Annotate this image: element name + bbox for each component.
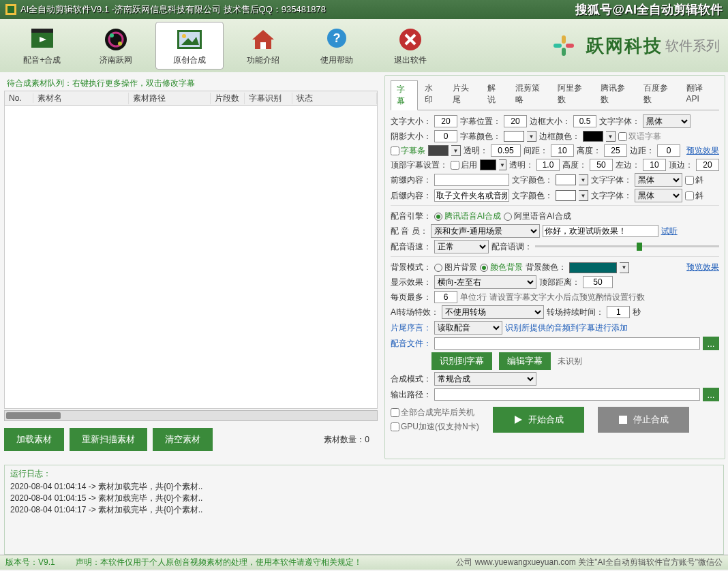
edit-subtitle-button[interactable]: 编辑字幕	[499, 352, 551, 370]
tab-tencent-params[interactable]: 腾讯参数	[595, 80, 637, 110]
subtitle-pos-input[interactable]	[504, 115, 527, 127]
tab-narration[interactable]: 解说	[482, 80, 508, 110]
shadow-input[interactable]	[434, 130, 457, 142]
subtitle-bar-checkbox[interactable]	[391, 146, 399, 155]
dual-subtitle-checkbox[interactable]	[618, 132, 627, 141]
prefix-italic-checkbox[interactable]	[685, 176, 694, 185]
browse-output-button[interactable]: ...	[703, 388, 719, 401]
show-effect-select[interactable]: 横向-左至右	[434, 275, 536, 289]
top-left-input[interactable]	[643, 159, 666, 171]
tool-help[interactable]: ? 使用帮助	[303, 22, 371, 70]
border-color-swatch[interactable]	[583, 131, 603, 142]
prefix-color-swatch[interactable]	[556, 174, 576, 185]
horizontal-scrollbar[interactable]	[4, 410, 378, 421]
rescan-material-button[interactable]: 重新扫描素材	[70, 428, 147, 451]
voice-member-select[interactable]: 亲和女声-通用场景	[431, 224, 540, 238]
tab-mix-strategy[interactable]: 混剪策略	[510, 80, 551, 110]
border-size-input[interactable]	[573, 115, 596, 127]
prefix-color-label: 文字颜色：	[512, 174, 553, 186]
tab-baidu-params[interactable]: 百度参数	[638, 80, 680, 110]
top-color-swatch[interactable]	[480, 159, 496, 170]
gap-input[interactable]	[551, 144, 574, 157]
bg-color-swatch[interactable]	[569, 262, 617, 273]
top-opacity-input[interactable]	[536, 159, 560, 171]
dropdown-icon[interactable]: ▼	[579, 190, 588, 201]
tab-translate-api[interactable]: 翻译API	[681, 80, 719, 110]
bar-color-swatch[interactable]	[428, 145, 449, 156]
transition-select[interactable]: 不使用转场	[442, 305, 544, 319]
top-margin-input[interactable]	[696, 159, 719, 171]
dropdown-icon[interactable]: ▼	[606, 131, 616, 142]
col-name[interactable]: 素材名	[33, 93, 129, 104]
subtitle-color-swatch[interactable]	[504, 131, 524, 142]
tool-features[interactable]: 功能介绍	[229, 22, 297, 70]
tool-voice-compose[interactable]: 配音+合成	[8, 22, 76, 70]
preview-link[interactable]: 预览效果	[686, 145, 719, 157]
svg-point-8	[118, 42, 122, 46]
engine-ali-radio[interactable]: 阿里语音AI合成	[504, 211, 571, 222]
font-size-input[interactable]	[434, 115, 457, 127]
stop-compose-button[interactable]: 停止合成	[598, 407, 689, 433]
col-status[interactable]: 状态	[292, 93, 377, 104]
dropdown-icon[interactable]: ▼	[451, 145, 461, 156]
tab-head-tail[interactable]: 片头尾	[447, 80, 481, 110]
show-effect-label: 显示效果：	[391, 277, 431, 288]
voice-speed-select[interactable]: 正常	[434, 240, 489, 253]
audio-file-input[interactable]	[434, 337, 700, 350]
margin-input[interactable]	[657, 144, 680, 157]
bg-color-radio[interactable]: 颜色背景	[480, 262, 523, 273]
suffix-italic-checkbox[interactable]	[685, 191, 694, 200]
try-listen-link[interactable]: 试听	[661, 226, 678, 237]
font-family-select[interactable]: 黑体	[643, 114, 691, 128]
start-compose-button[interactable]: 开始合成	[493, 407, 584, 433]
declaration: 声明：本软件仅用于个人原创音视频素材的处理，使用本软件请遵守相关规定！	[76, 557, 362, 568]
bg-image-radio[interactable]: 图片背景	[434, 262, 477, 273]
col-no[interactable]: No.	[5, 93, 33, 103]
load-material-button[interactable]: 加载素材	[4, 428, 64, 451]
queue-table-body[interactable]	[4, 106, 378, 409]
clear-material-button[interactable]: 清空素材	[153, 428, 213, 451]
logo-sub: 软件系列	[665, 37, 720, 55]
company-logo-icon	[547, 29, 581, 63]
app-icon	[5, 4, 16, 15]
prefix-input[interactable]	[434, 174, 509, 186]
shutdown-checkbox[interactable]	[391, 408, 399, 417]
engine-tencent-radio[interactable]: 腾讯语音AI合成	[434, 211, 501, 222]
audio-file-label: 配音文件：	[391, 338, 431, 350]
tool-exit[interactable]: 退出软件	[376, 22, 444, 70]
max-lines-input[interactable]	[434, 291, 457, 303]
tab-ali-params[interactable]: 阿里参数	[552, 80, 594, 110]
suffix-input[interactable]	[434, 189, 509, 202]
top-enable-checkbox[interactable]	[451, 161, 459, 170]
output-path-input[interactable]	[434, 388, 700, 401]
top-distance-input[interactable]	[583, 276, 613, 288]
opacity-input[interactable]	[491, 144, 521, 157]
top-height-input[interactable]	[590, 159, 613, 171]
dropdown-icon[interactable]: ▼	[579, 174, 588, 185]
dropdown-icon[interactable]: ▼	[527, 131, 536, 142]
recognize-subtitle-button[interactable]: 识别到字幕	[431, 352, 492, 370]
browse-audio-button[interactable]: ...	[703, 337, 719, 350]
col-path[interactable]: 素材路径	[129, 93, 211, 104]
voice-tone-slider[interactable]	[535, 242, 719, 251]
bg-preview-link[interactable]: 预览效果	[686, 262, 719, 273]
suffix-color-swatch[interactable]	[556, 190, 576, 201]
tab-subtitle[interactable]: 字幕	[391, 80, 418, 110]
tool-company[interactable]: 济南跃网	[82, 22, 150, 70]
tab-watermark[interactable]: 水印	[419, 80, 445, 110]
dropdown-icon[interactable]: ▼	[620, 262, 629, 273]
tool-original-compose[interactable]: 原创合成	[155, 22, 224, 70]
compose-mode-select[interactable]: 常规合成	[434, 372, 536, 386]
col-seg[interactable]: 片段数	[211, 93, 245, 104]
suffix-font-select[interactable]: 黑体	[635, 189, 682, 202]
font-size-label: 文字大小：	[391, 116, 431, 127]
prefix-font-select[interactable]: 黑体	[635, 173, 682, 187]
voice-sample-input[interactable]	[543, 225, 658, 237]
col-recog[interactable]: 字幕识别	[245, 93, 292, 104]
svg-rect-1	[7, 6, 14, 13]
dropdown-icon[interactable]: ▼	[499, 159, 506, 170]
transition-duration-input[interactable]	[607, 306, 630, 318]
gpu-checkbox[interactable]	[391, 422, 399, 431]
tail-preface-select[interactable]: 读取配音	[434, 321, 502, 335]
height-input[interactable]	[604, 144, 627, 157]
